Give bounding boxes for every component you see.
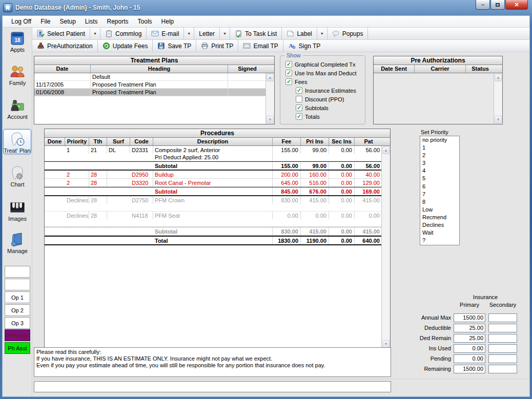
email-button[interactable]: E-mail: [147, 28, 184, 39]
checkbox-use-ins-max-deduct[interactable]: Use Ins Max and Deduct: [280, 69, 365, 77]
annual-max-primary-input[interactable]: [454, 313, 485, 322]
priority-option[interactable]: 6: [420, 183, 459, 191]
ins-used-secondary-input[interactable]: [488, 344, 517, 353]
checkbox-box[interactable]: [285, 61, 292, 68]
sidebar-item-account[interactable]: Account: [3, 97, 32, 120]
scroll-down-arrow[interactable]: ▼: [267, 116, 274, 123]
scroll-up-arrow[interactable]: ▲: [267, 74, 274, 81]
scroll-down-arrow[interactable]: ▼: [382, 340, 390, 348]
procedures-scrollbar[interactable]: ▲ ▼: [381, 146, 390, 348]
ded-remain-primary-input[interactable]: [454, 334, 485, 343]
treatment-plan-row[interactable]: Default: [34, 73, 265, 81]
checkbox-box[interactable]: [296, 104, 302, 111]
checkbox-box[interactable]: [296, 87, 302, 94]
sidebar-item-images[interactable]: Images: [3, 199, 32, 222]
checkbox-insurance-estimates[interactable]: Insurance Estimates: [280, 86, 365, 95]
treatment-plan-row[interactable]: 11/17/2005 Proposed Treatment Plan: [34, 81, 265, 89]
procedure-row[interactable]: 1 21 DL D2331 Composite 2 surf, Anterior…: [45, 146, 381, 161]
op-1-button[interactable]: Op 1: [5, 291, 30, 303]
email-dropdown-arrow[interactable]: ▼: [184, 28, 194, 39]
procedure-row[interactable]: 2 28 D3320 Root Canal - Premolar 645.00 …: [45, 179, 381, 187]
priority-option[interactable]: no priority: [420, 136, 459, 144]
checkbox-totals[interactable]: Totals: [280, 112, 365, 121]
checkbox-box[interactable]: [285, 78, 292, 85]
deductible-secondary-input[interactable]: [488, 324, 517, 332]
menu-reports[interactable]: Reports: [103, 16, 133, 27]
ph-asst-button[interactable]: Ph Asst: [5, 342, 30, 354]
menu-lists[interactable]: Lists: [80, 16, 103, 27]
priority-option[interactable]: 2: [420, 152, 459, 159]
print-tp-button[interactable]: Print TP: [196, 40, 238, 52]
op-blank-1[interactable]: [5, 266, 30, 278]
menu-help[interactable]: Help: [157, 16, 179, 27]
priority-option[interactable]: Wait: [420, 229, 459, 237]
pt-ready-button[interactable]: PtReady: [5, 329, 30, 341]
priority-option[interactable]: 8: [420, 198, 459, 206]
preauthorization-button[interactable]: PreAuthorization: [32, 40, 98, 52]
sidebar-item-family[interactable]: Family: [3, 64, 32, 86]
checkbox-graphical-completed-tx[interactable]: Graphical Completed Tx: [280, 60, 365, 69]
commlog-button[interactable]: Commlog: [100, 28, 147, 39]
remaining-secondary-input[interactable]: [488, 365, 517, 373]
sidebar-item-chart[interactable]: Chart: [3, 165, 32, 187]
update-fees-button[interactable]: Update Fees: [98, 40, 153, 52]
menu-setup[interactable]: Setup: [55, 16, 80, 27]
treatment-plans-header: Date Heading Signed: [34, 65, 274, 73]
priority-option[interactable]: Low: [420, 206, 459, 214]
treatment-plans-scrollbar[interactable]: ▲ ▼: [265, 73, 274, 124]
ded-remain-secondary-input[interactable]: [488, 334, 517, 343]
to-task-list-button[interactable]: To Task List: [230, 28, 282, 39]
priority-option[interactable]: Declines: [420, 221, 459, 229]
close-button[interactable]: ✕: [505, 0, 528, 10]
popups-button[interactable]: Popups: [328, 28, 369, 39]
ins-used-primary-input[interactable]: [454, 344, 485, 353]
priority-option[interactable]: ?: [420, 237, 459, 244]
priority-option[interactable]: 4: [420, 167, 459, 175]
checkbox-box[interactable]: [296, 113, 302, 120]
menu-file[interactable]: File: [36, 16, 55, 27]
annual-max-secondary-input[interactable]: [488, 313, 517, 322]
op-2-button[interactable]: Op 2: [5, 304, 30, 316]
scroll-up-arrow[interactable]: ▲: [495, 74, 502, 81]
procedure-row[interactable]: 2 28 D2950 Buildup 200.00 160.00 0.00 40…: [45, 171, 381, 179]
sidebar-item-appts[interactable]: 18 Appts: [3, 30, 32, 53]
label-button[interactable]: Label: [282, 28, 317, 39]
priority-option[interactable]: 1: [420, 144, 459, 152]
scroll-down-arrow[interactable]: ▼: [495, 116, 502, 123]
pending-secondary-input[interactable]: [488, 354, 517, 363]
letter-button[interactable]: Letter: [194, 28, 220, 39]
letter-dropdown-arrow[interactable]: ▼: [220, 28, 230, 39]
priority-option[interactable]: Recmend: [420, 214, 459, 221]
priority-option[interactable]: 7: [420, 191, 459, 198]
pending-primary-input[interactable]: [454, 354, 485, 363]
op-blank-2[interactable]: [5, 279, 30, 290]
treatment-plan-row-selected[interactable]: 01/06/2008 Proposed Treatment Plan: [34, 89, 265, 96]
checkbox-fees[interactable]: Fees: [280, 77, 365, 86]
procedure-row-declined[interactable]: Declines 28 N4118 PFM Seat 0.00 0.00 0.0…: [45, 212, 381, 227]
priority-option[interactable]: 5: [420, 175, 459, 182]
remaining-primary-input[interactable]: [454, 365, 485, 373]
minimize-button[interactable]: –: [476, 0, 490, 10]
menu-tools[interactable]: Tools: [133, 16, 157, 27]
save-tp-button[interactable]: Save TP: [153, 40, 196, 52]
checkbox-subtotals[interactable]: Subtotals: [280, 103, 365, 112]
tp-note-input[interactable]: [34, 381, 391, 392]
menu-log-off[interactable]: Log Off: [7, 16, 36, 27]
checkbox-box[interactable]: [296, 96, 302, 102]
sidebar-item-manage[interactable]: Manage: [3, 232, 32, 254]
select-patient-button[interactable]: Select Patient: [32, 28, 90, 39]
checkbox-discount-ppo[interactable]: Discount (PPO): [280, 95, 365, 103]
select-patient-dropdown-arrow[interactable]: ▼: [90, 28, 100, 39]
label-dropdown-arrow[interactable]: ▼: [317, 28, 328, 39]
sidebar-item-treat-plan[interactable]: Treat' Plan: [3, 129, 31, 154]
deductible-primary-input[interactable]: [454, 324, 485, 332]
maximize-button[interactable]: [490, 0, 505, 10]
sign-tp-button[interactable]: Ab Sign TP: [283, 40, 325, 52]
op-3-button[interactable]: Op 3: [5, 317, 30, 329]
scroll-up-arrow[interactable]: ▲: [382, 146, 390, 154]
procedure-row-declined[interactable]: Declines 28 D2750 PFM Crown 830.00 415.0…: [45, 196, 381, 212]
email-tp-button[interactable]: Email TP: [238, 40, 283, 52]
pre-authorizations-scrollbar[interactable]: ▲ ▼: [494, 73, 502, 124]
priority-option[interactable]: 3: [420, 159, 459, 167]
checkbox-box[interactable]: [285, 70, 292, 76]
